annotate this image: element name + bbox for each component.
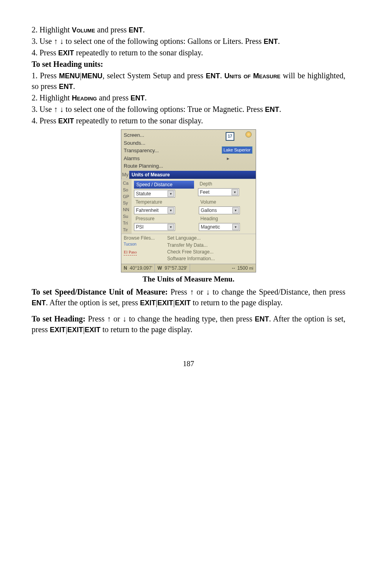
units-panel: Ca So GP Sy NN Su Tri Tir Speed / Distan… [121, 179, 256, 234]
chevron-down-icon: ▾ [232, 189, 238, 195]
depth-select[interactable]: Feet ▾ [198, 188, 239, 196]
chevron-down-icon: ▾ [168, 207, 174, 214]
chevron-down-icon: ▾ [168, 224, 174, 230]
menu-alarms[interactable]: Alarms▸ [124, 155, 253, 163]
left-letter-column: Ca So GP Sy NN Su Tri Tir [122, 179, 132, 234]
map-label-tucson: Tucson [124, 242, 167, 247]
chevron-down-icon: ▾ [168, 191, 174, 197]
temperature-select[interactable]: Fahrenheit ▾ [134, 206, 175, 214]
menu-check-storage[interactable]: Check Free Storage... [167, 249, 253, 255]
figure-caption: The Units of Measure Menu. [32, 274, 345, 284]
status-lat: N 40°19.097' [121, 264, 155, 272]
speed-distance-select[interactable]: Statute ▾ [134, 190, 175, 198]
step-3-select: 3. Use ↑ ↓ to select one of the followin… [32, 36, 345, 47]
volume-label: Volume [199, 199, 260, 205]
heading-label: Heading [199, 216, 260, 222]
menu-browse-files[interactable]: Browse Files... [124, 235, 167, 241]
menu-set-language[interactable]: Set Language... [167, 235, 253, 242]
heading-step-3: 3. Use ↑ ↓ to select one of the followin… [32, 104, 345, 115]
figure-wrap: 17 Screen... Sounds... Transparency... A… [32, 129, 345, 284]
volume-select[interactable]: Gallons ▾ [199, 206, 240, 214]
heading-units-title: To set Heading units: [32, 59, 345, 70]
speed-distance-header: Speed / Distance [134, 181, 194, 189]
submenu-arrow-icon: ▸ [227, 155, 230, 162]
step-2-volume: 2. Highlight Volume and press ENT. [32, 25, 345, 35]
map-label-el-paso: El Paso [124, 249, 137, 255]
temperature-label: Temperature [134, 199, 195, 205]
heading-step-4: 4. Press EXIT repeatedly to return to th… [32, 115, 345, 126]
step-4-exit: 4. Press EXIT repeatedly to return to th… [32, 47, 345, 58]
pressure-select[interactable]: PSI ▾ [134, 223, 175, 231]
menu-software-info[interactable]: Software Information... [167, 255, 253, 262]
chevron-down-icon: ▾ [232, 224, 239, 230]
device-screenshot: 17 Screen... Sounds... Transparency... A… [121, 129, 256, 272]
top-menu: 17 Screen... Sounds... Transparency... A… [121, 130, 256, 171]
menu-transfer-data[interactable]: Transfer My Data... [167, 242, 253, 249]
heading-step-2: 2. Highlight Heading and press ENT. [32, 93, 345, 103]
compass-icon [245, 131, 252, 138]
menu-route[interactable]: Route Planning... [124, 162, 253, 170]
lake-superior-label: Lake Superior [222, 146, 253, 154]
heading-step-1: 1. Press MENU|MENU, select System Setup … [32, 70, 345, 92]
para-heading: To set Heading: Press ↑ or ↓ to change t… [32, 314, 345, 335]
highway-shield-icon: 17 [226, 132, 234, 141]
status-bar: N 40°19.097' W 97°57.329' ↔ 1500 mi [121, 264, 256, 272]
status-dist: ↔ 1500 mi [229, 264, 256, 272]
pressure-label: Pressure [134, 216, 195, 222]
heading-select[interactable]: Magnetic ▾ [199, 223, 240, 231]
spacer [32, 309, 345, 313]
chevron-down-icon: ▾ [232, 207, 239, 214]
units-bar[interactable]: My Units of Measure [121, 171, 256, 179]
depth-label: Depth [198, 181, 259, 187]
page-number: 187 [32, 359, 345, 369]
bottom-menu: Browse Files... Tucson El Paso Set Langu… [121, 234, 256, 264]
status-lon: W 97°57.329' [155, 264, 190, 272]
para-speed-distance: To set Speed/Distance Unit of Measure: P… [32, 287, 345, 308]
